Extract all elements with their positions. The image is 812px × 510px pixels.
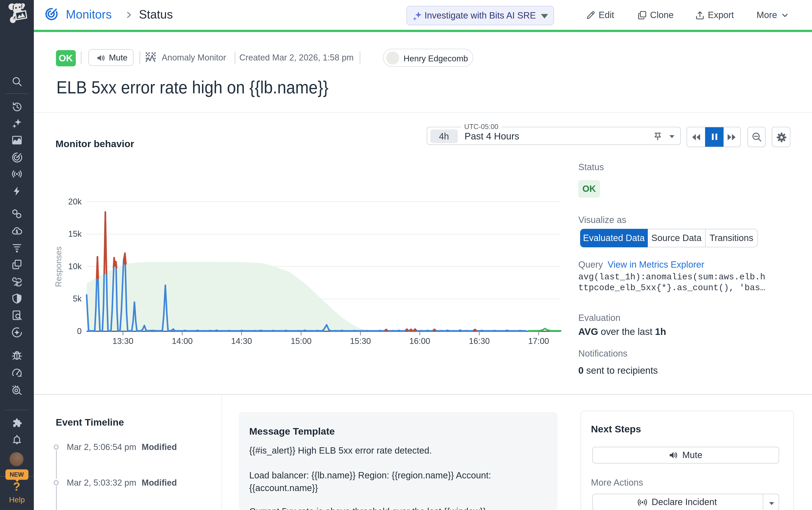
svg-text:Responses: Responses	[54, 247, 63, 287]
svg-text:0: 0	[77, 327, 82, 336]
svg-text:16:30: 16:30	[469, 337, 490, 346]
svg-text:15:00: 15:00	[291, 337, 312, 346]
svg-text:20k: 20k	[68, 197, 82, 206]
svg-text:10k: 10k	[68, 262, 82, 271]
svg-text:14:00: 14:00	[172, 337, 193, 346]
svg-text:5k: 5k	[73, 294, 82, 303]
svg-text:16:00: 16:00	[410, 337, 430, 346]
svg-text:13:30: 13:30	[113, 337, 133, 346]
svg-text:15:30: 15:30	[350, 337, 371, 346]
svg-text:14:30: 14:30	[231, 337, 252, 346]
svg-text:17:00: 17:00	[528, 337, 549, 346]
svg-text:15k: 15k	[68, 229, 82, 238]
